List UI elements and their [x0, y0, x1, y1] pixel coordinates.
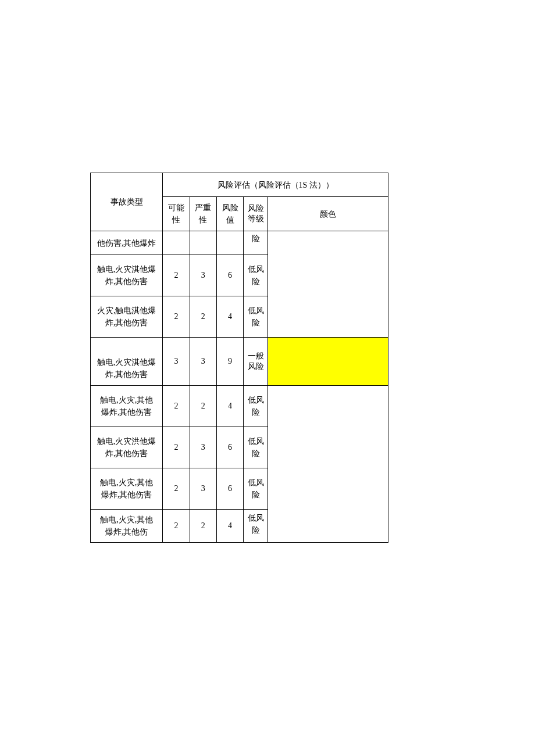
cell-risk-value: 6 [216, 255, 243, 296]
cell-severity: 2 [190, 386, 216, 427]
header-color: 颜色 [268, 197, 388, 231]
header-risk-level: 风险 等级 [244, 197, 268, 231]
cell-color-yellow [268, 338, 388, 386]
cell-likelihood: 2 [163, 386, 190, 427]
cell-risk-value: 9 [216, 338, 243, 386]
table-row: 触电,火灾淇他爆炸,其他伤害 3 3 9 一般风险 [91, 338, 388, 386]
cell-risk-value: 4 [216, 386, 243, 427]
header-risk-eval-group: 风险评估（风险评估（1S 法）） [163, 173, 388, 197]
cell-likelihood: 2 [163, 255, 190, 296]
cell-risk-value: 6 [216, 468, 243, 510]
cell-accident: 触电,火灾洪他爆炸,其他伤害 [91, 427, 163, 468]
cell-likelihood [163, 231, 190, 255]
header-row-1: 事故类型 风险评估（风险评估（1S 法）） [91, 173, 388, 197]
cell-color [268, 231, 388, 338]
cell-accident: 触电,火灾,其他爆炸,其他伤害 [91, 386, 163, 427]
cell-accident: 火灾,触电淇他爆炸,其他伤害 [91, 296, 163, 338]
cell-risk-level: 低风险 [244, 296, 268, 338]
cell-severity [190, 231, 216, 255]
cell-severity: 2 [190, 510, 216, 543]
cell-risk-level: 低风险 [244, 468, 268, 510]
risk-table: 事故类型 风险评估（风险评估（1S 法）） 可能性 严重性 风险值 风险 等级 … [90, 173, 388, 543]
cell-accident: 触电,火灾淇他爆炸,其他伤害 [91, 338, 163, 386]
cell-severity: 3 [190, 468, 216, 510]
cell-risk-level: 险 [244, 231, 268, 255]
cell-severity: 3 [190, 427, 216, 468]
table-row: 触电,火灾,其他爆炸,其他伤害 2 2 4 低风险 [91, 386, 388, 427]
cell-likelihood: 2 [163, 510, 190, 543]
cell-severity: 2 [190, 296, 216, 338]
cell-risk-level: 低风险 [244, 427, 268, 468]
cell-likelihood: 2 [163, 427, 190, 468]
header-risk-value: 风险值 [216, 197, 243, 231]
cell-severity: 3 [190, 338, 216, 386]
cell-risk-value: 6 [216, 427, 243, 468]
cell-likelihood: 2 [163, 468, 190, 510]
cell-likelihood: 2 [163, 296, 190, 338]
cell-risk-level: 低风险 [244, 386, 268, 427]
cell-color [268, 386, 388, 543]
header-accident-type: 事故类型 [91, 173, 163, 231]
cell-accident: 他伤害,其他爆炸 [91, 231, 163, 255]
cell-severity: 3 [190, 255, 216, 296]
cell-accident: 触电,火灾,其他爆炸,其他伤害 [91, 468, 163, 510]
risk-table-container: 事故类型 风险评估（风险评估（1S 法）） 可能性 严重性 风险值 风险 等级 … [90, 173, 388, 543]
table-row: 他伤害,其他爆炸 险 [91, 231, 388, 255]
cell-accident: 触电,火灾淇他爆炸,其他伤害 [91, 255, 163, 296]
header-likelihood: 可能性 [163, 197, 190, 231]
cell-accident: 触电,火灾,其他爆炸,其他伤 [91, 510, 163, 543]
cell-risk-level: 低风险 [244, 255, 268, 296]
cell-risk-level: 一般风险 [244, 338, 268, 386]
cell-risk-value: 4 [216, 510, 243, 543]
cell-risk-value: 4 [216, 296, 243, 338]
cell-risk-level: 低风险 [244, 510, 268, 543]
cell-likelihood: 3 [163, 338, 190, 386]
header-severity: 严重性 [190, 197, 216, 231]
cell-risk-value [216, 231, 243, 255]
